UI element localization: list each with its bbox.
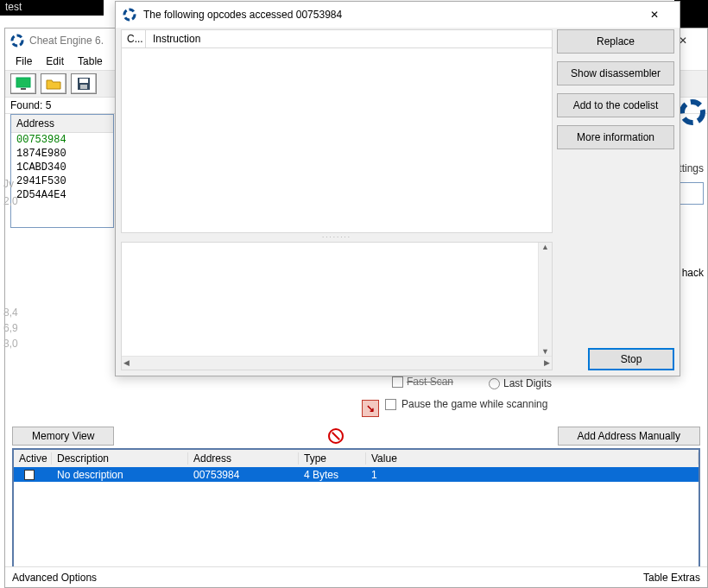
col-active[interactable]: Active (14, 452, 52, 465)
svg-rect-4 (79, 79, 88, 83)
menu-edit[interactable]: Edit (39, 55, 71, 67)
dialog-titlebar[interactable]: The following opcodes accessed 00753984 … (116, 2, 680, 28)
address-list[interactable]: 00753984 1874E980 1CABD340 2941F530 2D54… (11, 133, 113, 202)
col-address[interactable]: Address (188, 452, 299, 465)
ce-logo-icon (123, 8, 136, 22)
col-description[interactable]: Description (52, 452, 188, 465)
svg-point-0 (12, 35, 22, 46)
speedhack-label-fragment: hack (682, 267, 704, 279)
add-to-codelist-button[interactable]: Add to the codelist (557, 93, 674, 117)
dialog-button-column: Replace Show disassembler Add to the cod… (557, 29, 674, 149)
main-title: Cheat Engine 6. (29, 35, 104, 47)
address-item[interactable]: 1874E980 (11, 147, 113, 161)
column-instruction[interactable]: Instruction (146, 30, 552, 47)
address-item[interactable]: 2D54A4E4 (11, 188, 113, 202)
vertical-scrollbar[interactable] (538, 243, 552, 356)
last-digits-radio[interactable] (489, 378, 500, 389)
dialog-close-button[interactable]: ✕ (636, 4, 673, 25)
col-value[interactable]: Value (366, 452, 699, 465)
save-button[interactable] (71, 73, 97, 94)
last-digits-label: Last Digits (503, 377, 552, 389)
record-type[interactable]: 4 Bytes (299, 469, 366, 481)
svg-point-6 (682, 102, 703, 123)
table-extras-button[interactable]: Table Extras (643, 572, 700, 584)
opcodes-accessed-dialog: The following opcodes accessed 00753984 … (115, 1, 680, 376)
column-count[interactable]: C... (122, 30, 146, 47)
address-item[interactable]: 1CABD340 (11, 161, 113, 174)
fast-scan-checkbox[interactable] (392, 376, 403, 388)
records-table[interactable]: Active Description Address Type Value No… (12, 448, 700, 573)
svg-rect-5 (80, 85, 87, 89)
left-markers-2: 8,4 6,9 3,0 (3, 305, 18, 351)
marker: 6,9 (3, 320, 18, 336)
instruction-list[interactable] (121, 48, 553, 233)
marker: 3,0 (3, 336, 18, 351)
folder-open-icon (46, 77, 61, 91)
marker: Jv (3, 175, 18, 193)
records-header[interactable]: Active Description Address Type Value (14, 450, 699, 467)
svg-rect-2 (21, 88, 26, 90)
record-row[interactable]: No description 00753984 4 Bytes 1 (14, 467, 699, 482)
no-entry-icon[interactable] (328, 428, 344, 444)
svg-point-7 (124, 9, 135, 20)
address-item[interactable]: 00753984 (11, 133, 113, 147)
monitor-icon (16, 77, 31, 91)
pause-scan-checkbox[interactable] (385, 399, 396, 410)
detail-pane[interactable] (121, 242, 553, 370)
horizontal-scrollbar[interactable] (122, 356, 552, 370)
splitter-handle[interactable]: ········ (121, 235, 553, 240)
address-item[interactable]: 2941F530 (11, 174, 113, 188)
menu-file[interactable]: File (9, 55, 39, 67)
memory-view-button[interactable]: Memory View (12, 427, 114, 446)
instruction-list-header[interactable]: C... Instruction (121, 29, 553, 48)
menu-table[interactable]: Table (71, 55, 110, 67)
replace-button[interactable]: Replace (557, 29, 674, 54)
dialog-title: The following opcodes accessed 00753984 (143, 9, 342, 21)
select-process-button[interactable] (10, 73, 36, 94)
address-list-pane[interactable]: Address 00753984 1874E980 1CABD340 2941F… (10, 114, 114, 228)
stop-button[interactable]: Stop (588, 348, 674, 370)
save-icon (77, 77, 91, 91)
record-description[interactable]: No description (52, 469, 188, 481)
add-address-manually-button[interactable]: Add Address Manually (558, 427, 700, 446)
marker: 8,4 (3, 305, 18, 320)
settings-logo-icon[interactable] (678, 98, 707, 127)
scan-options-row: Fast Scan Last Digits Pause the game whi… (385, 376, 697, 427)
ce-logo-icon (10, 34, 24, 47)
mid-actions-row: Memory View Add Address Manually (12, 426, 700, 446)
taskbar-tab: test (0, 0, 104, 16)
open-button[interactable] (41, 73, 66, 94)
address-column-header[interactable]: Address (11, 115, 113, 133)
copy-to-addresslist-arrow-icon[interactable]: ↘ (362, 400, 379, 417)
left-markers: Jv 2,0 (3, 175, 18, 210)
svg-rect-1 (16, 78, 30, 87)
marker: 2,0 (3, 193, 18, 210)
fast-scan-label: Fast Scan (407, 376, 453, 388)
record-address[interactable]: 00753984 (188, 469, 299, 481)
statusbar: Advanced Options Table Extras (5, 566, 707, 587)
record-active-checkbox[interactable] (24, 470, 35, 480)
pause-scan-label: Pause the game while scanning (401, 398, 547, 410)
advanced-options-button[interactable]: Advanced Options (12, 572, 97, 584)
taskbar-tab-label: test (5, 1, 22, 13)
record-value[interactable]: 1 (366, 469, 699, 481)
col-type[interactable]: Type (299, 452, 366, 465)
show-disassembler-button[interactable]: Show disassembler (557, 61, 674, 85)
more-information-button[interactable]: More information (557, 125, 674, 149)
